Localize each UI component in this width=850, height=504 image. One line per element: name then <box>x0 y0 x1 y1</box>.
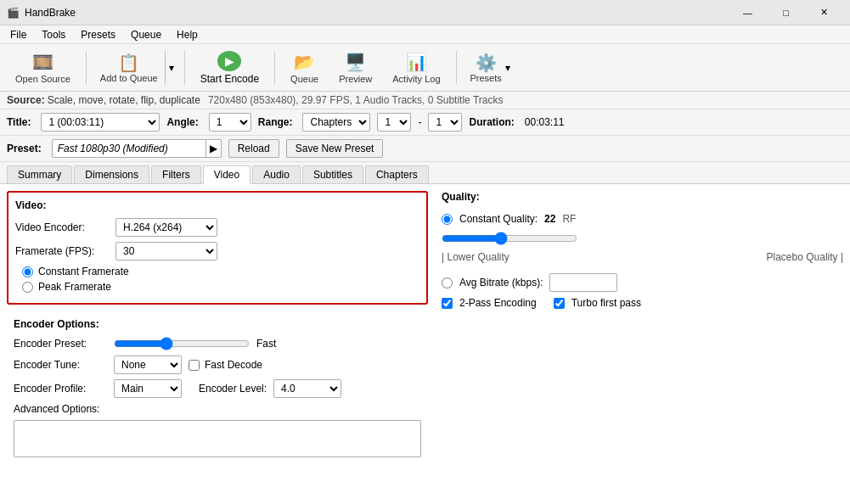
close-button[interactable]: ✕ <box>805 0 843 25</box>
separator-3 <box>274 51 275 85</box>
add-queue-label: Add to Queue <box>100 73 158 83</box>
encode-options-row: 2-Pass Encoding Turbo first pass <box>442 297 843 309</box>
title-label: Title: <box>7 116 31 128</box>
constant-quality-radio[interactable] <box>442 214 453 225</box>
tab-audio[interactable]: Audio <box>252 165 301 183</box>
open-source-label: Open Source <box>15 74 70 84</box>
encoder-options-section: Encoder Options: Encoder Preset: Fast En… <box>7 311 428 467</box>
tab-summary[interactable]: Summary <box>7 165 72 183</box>
encoder-select[interactable]: H.264 (x264) H.265 (x265) MPEG-4 MPEG-2 <box>115 218 217 237</box>
preset-arrow[interactable]: ▶ <box>205 140 221 157</box>
app: 🎬 HandBrake — □ ✕ File Tools Presets Que… <box>0 0 850 504</box>
quality-slider[interactable] <box>442 232 577 245</box>
queue-button[interactable]: 📂 Queue <box>282 48 327 88</box>
presets-dropdown-arrow: ▾ <box>505 62 510 74</box>
constant-quality-label: Constant Quality: <box>459 213 538 225</box>
source-label: Source: <box>7 94 45 106</box>
tab-video[interactable]: Video <box>203 165 250 184</box>
add-queue-icon: 📋 <box>118 53 139 73</box>
menu-queue[interactable]: Queue <box>124 27 168 42</box>
main-content: Video: Video Encoder: H.264 (x264) H.265… <box>0 184 850 504</box>
save-preset-button[interactable]: Save New Preset <box>286 139 384 158</box>
constant-framerate-label: Constant Framerate <box>38 266 129 277</box>
presets-button[interactable]: ⚙️ Presets ▾ <box>464 48 517 88</box>
constant-quality-row: Constant Quality: 22 RF <box>442 213 843 225</box>
preset-value: Fast 1080p30 (Modified) <box>53 143 205 154</box>
encoder-profile-select[interactable]: Auto Baseline Main High <box>114 379 182 398</box>
controls-row: Title: 1 (00:03:11) Angle: 1 Range: Chap… <box>0 109 850 136</box>
app-title: HandBrake <box>25 7 76 19</box>
avg-bitrate-input[interactable] <box>549 273 617 292</box>
open-source-button[interactable]: 🎞️ Open Source <box>7 48 79 88</box>
encoder-level-label: Encoder Level: <box>199 383 267 395</box>
fast-decode-label: Fast Decode <box>205 359 262 371</box>
play-icon: ▶ <box>217 51 241 71</box>
queue-label: Queue <box>290 74 318 84</box>
tab-filters[interactable]: Filters <box>151 165 201 183</box>
start-encode-button[interactable]: ▶ Start Encode <box>192 48 267 88</box>
two-pass-label: 2-Pass Encoding <box>459 297 537 309</box>
lower-quality-label: | Lower Quality <box>442 251 509 263</box>
source-details: 720x480 (853x480), 29.97 FPS, 1 Audio Tr… <box>208 94 504 106</box>
separator-1 <box>86 51 87 85</box>
reload-button[interactable]: Reload <box>228 139 279 158</box>
separator-2 <box>184 51 185 85</box>
angle-label: Angle: <box>166 116 198 128</box>
encoder-profile-row: Encoder Profile: Auto Baseline Main High… <box>14 379 421 398</box>
framerate-select[interactable]: Same as source 30 29.97 24 <box>115 242 217 260</box>
avg-bitrate-radio[interactable] <box>442 277 453 288</box>
queue-icon: 📂 <box>294 52 315 72</box>
rf-unit: RF <box>562 213 576 225</box>
framerate-label: Framerate (FPS): <box>15 245 109 257</box>
separator-4 <box>456 51 457 85</box>
add-queue-dropdown[interactable]: ▾ <box>165 51 177 85</box>
menu-file[interactable]: File <box>3 27 33 42</box>
range-dash: - <box>418 116 421 128</box>
tab-chapters[interactable]: Chapters <box>365 165 429 183</box>
encoder-label: Video Encoder: <box>15 221 109 233</box>
minimize-button[interactable]: — <box>729 0 767 25</box>
range-label: Range: <box>258 116 293 128</box>
presets-label: Presets <box>470 73 502 83</box>
encoder-level-select[interactable]: Auto 4.0 4.1 <box>273 379 341 398</box>
preset-box[interactable]: Fast 1080p30 (Modified) ▶ <box>52 139 222 158</box>
encoder-tune-select[interactable]: None Film Animation <box>114 356 182 374</box>
range-select[interactable]: Chapters <box>302 113 370 132</box>
menu-presets[interactable]: Presets <box>74 27 122 42</box>
bitrate-row: Avg Bitrate (kbps): <box>442 273 843 292</box>
encoder-profile-label: Encoder Profile: <box>14 383 107 395</box>
tab-subtitles[interactable]: Subtitles <box>302 165 363 183</box>
constant-framerate-radio[interactable] <box>22 266 33 277</box>
add-to-queue-button[interactable]: 📋 Add to Queue ▾ <box>93 48 177 88</box>
angle-select[interactable]: 1 <box>209 113 251 132</box>
constant-framerate-row: Constant Framerate <box>22 266 419 277</box>
advanced-options-label: Advanced Options: <box>14 403 107 415</box>
peak-framerate-radio[interactable] <box>22 282 33 293</box>
higher-quality-label: Placebo Quality | <box>767 251 844 263</box>
menu-help[interactable]: Help <box>170 27 205 42</box>
framerate-row: Framerate (FPS): Same as source 30 29.97… <box>15 242 419 260</box>
peak-framerate-row: Peak Framerate <box>22 281 419 293</box>
encoder-preset-row: Encoder Preset: Fast <box>14 337 421 350</box>
range-from-select[interactable]: 1 <box>377 113 411 132</box>
activity-log-button[interactable]: 📊 Activity Log <box>384 48 448 88</box>
left-panel: Video: Video Encoder: H.264 (x264) H.265… <box>7 191 428 497</box>
tabs-row: Summary Dimensions Filters Video Audio S… <box>0 162 850 184</box>
preset-row: Preset: Fast 1080p30 (Modified) ▶ Reload… <box>0 136 850 162</box>
tab-dimensions[interactable]: Dimensions <box>74 165 149 183</box>
source-value: Scale, move, rotate, flip, duplicate <box>48 94 200 106</box>
advanced-options-textarea[interactable] <box>14 420 421 457</box>
encoder-options-title: Encoder Options: <box>14 318 421 330</box>
title-select[interactable]: 1 (00:03:11) <box>41 113 160 132</box>
fast-decode-checkbox[interactable] <box>189 360 200 371</box>
encoder-preset-slider[interactable] <box>114 337 250 350</box>
preset-label: Preset: <box>7 143 42 154</box>
maximize-button[interactable]: □ <box>767 0 805 25</box>
turbo-checkbox[interactable] <box>554 298 565 309</box>
menu-tools[interactable]: Tools <box>35 27 72 42</box>
activity-log-icon: 📊 <box>406 52 427 72</box>
two-pass-checkbox[interactable] <box>442 298 453 309</box>
range-to-select[interactable]: 1 <box>428 113 462 132</box>
presets-icon: ⚙️ <box>476 53 497 73</box>
preview-button[interactable]: 🖥️ Preview <box>330 48 380 88</box>
